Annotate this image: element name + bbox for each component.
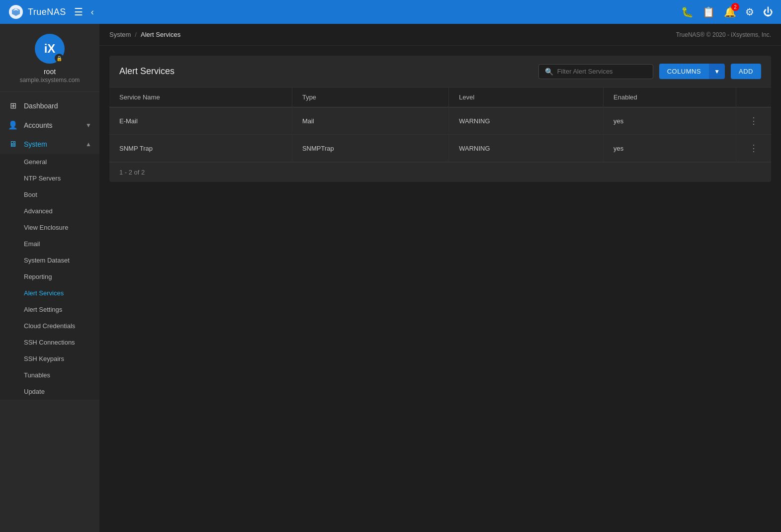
sidebar-item-label: Accounts [24, 121, 80, 129]
sidebar-item-system[interactable]: 🖥 System ▲ [0, 135, 99, 154]
search-box: 🔍 [538, 64, 653, 79]
sidebar-item-alert-settings[interactable]: Alert Settings [0, 301, 99, 318]
app-logo[interactable]: TrueNAS [8, 4, 66, 20]
accounts-icon: 👤 [8, 120, 18, 130]
top-navigation: TrueNAS ☰ ‹ 🐛 📋 🔔 2 ⚙ ⏻ [0, 0, 781, 24]
cell-enabled: yes [604, 135, 736, 162]
sidebar-item-reporting[interactable]: Reporting [0, 268, 99, 285]
sidebar-item-ssh-connections[interactable]: SSH Connections [0, 334, 99, 351]
power-icon[interactable]: ⏻ [763, 6, 773, 18]
cell-service-name: E-Mail [109, 107, 292, 135]
back-chevron-icon[interactable]: ‹ [91, 7, 94, 17]
alert-services-table: Service Name Type Level Enabled E-Mail M… [109, 88, 771, 162]
panel-header: Alert Services 🔍 COLUMNS ▼ ADD [109, 56, 771, 88]
changelog-icon[interactable]: 📋 [702, 6, 715, 18]
avatar-text: iX [44, 42, 56, 56]
body-layout: iX 🔒 root sample.ixsystems.com ⊞ Dashboa… [0, 24, 781, 532]
sidebar-item-view-enclosure[interactable]: View Enclosure [0, 219, 99, 236]
cell-service-name: SNMP Trap [109, 135, 292, 162]
table-row: SNMP Trap SNMPTrap WARNING yes ⋮ [109, 135, 771, 162]
sidebar-item-boot[interactable]: Boot [0, 186, 99, 203]
table-header: Service Name Type Level Enabled [109, 88, 771, 107]
sidebar-item-email[interactable]: Email [0, 236, 99, 252]
breadcrumb-separator: / [135, 31, 137, 38]
chevron-down-icon: ▼ [86, 122, 91, 129]
sidebar-navigation: ⊞ Dashboard 👤 Accounts ▼ 🖥 System ▲ Gene… [0, 92, 99, 532]
alert-services-panel: Alert Services 🔍 COLUMNS ▼ ADD [109, 56, 771, 182]
sidebar-item-ntp-servers[interactable]: NTP Servers [0, 170, 99, 186]
columns-button-group: COLUMNS ▼ [659, 64, 725, 79]
sidebar: iX 🔒 root sample.ixsystems.com ⊞ Dashboa… [0, 24, 99, 532]
pagination: 1 - 2 of 2 [109, 162, 771, 182]
search-icon: 🔍 [545, 68, 553, 76]
cell-type: Mail [292, 107, 448, 135]
sidebar-item-advanced[interactable]: Advanced [0, 203, 99, 219]
breadcrumb: System / Alert Services TrueNAS® © 2020 … [99, 24, 781, 46]
breadcrumb-current: Alert Services [141, 31, 180, 38]
panel-actions: 🔍 COLUMNS ▼ ADD [538, 64, 761, 79]
system-icon: 🖥 [8, 140, 18, 149]
breadcrumb-parent-link[interactable]: System [109, 31, 131, 38]
feedback-icon[interactable]: 🐛 [681, 6, 694, 18]
cell-actions: ⋮ [736, 135, 772, 162]
dashboard-icon: ⊞ [8, 101, 18, 110]
topnav-right: 🐛 📋 🔔 2 ⚙ ⏻ [681, 6, 773, 18]
sidebar-item-update[interactable]: Update [0, 383, 99, 400]
sidebar-item-label: Dashboard [24, 102, 91, 110]
sidebar-item-tunables[interactable]: Tunables [0, 367, 99, 383]
row-action-button[interactable]: ⋮ [746, 142, 761, 155]
profile-username: root [44, 68, 56, 76]
notification-icon[interactable]: 🔔 2 [724, 6, 736, 18]
profile-hostname: sample.ixsystems.com [20, 77, 80, 84]
columns-button[interactable]: COLUMNS [659, 64, 709, 79]
cell-actions: ⋮ [736, 107, 772, 135]
search-input[interactable] [557, 68, 647, 75]
table-body: E-Mail Mail WARNING yes ⋮ SNMP Trap SNMP… [109, 107, 771, 162]
cell-enabled: yes [604, 107, 736, 135]
app-name: TrueNAS [28, 7, 66, 17]
row-action-button[interactable]: ⋮ [746, 114, 761, 127]
avatar-lock-icon: 🔒 [55, 54, 64, 63]
panel-title: Alert Services [119, 66, 174, 77]
hamburger-icon[interactable]: ☰ [72, 4, 85, 20]
sidebar-item-cloud-credentials[interactable]: Cloud Credentials [0, 318, 99, 334]
sidebar-item-label: System [24, 140, 80, 148]
topnav-left: TrueNAS ☰ ‹ [8, 4, 94, 20]
main-content: System / Alert Services TrueNAS® © 2020 … [99, 24, 781, 532]
col-service-name: Service Name [109, 88, 292, 107]
sidebar-item-alert-services[interactable]: Alert Services [0, 285, 99, 301]
chevron-up-icon: ▲ [86, 141, 91, 148]
col-type: Type [292, 88, 448, 107]
col-actions [736, 88, 772, 107]
sidebar-item-accounts[interactable]: 👤 Accounts ▼ [0, 115, 99, 135]
system-submenu: General NTP Servers Boot Advanced View E… [0, 154, 99, 400]
cell-level: WARNING [449, 107, 604, 135]
columns-dropdown-button[interactable]: ▼ [709, 64, 725, 79]
notification-badge: 2 [731, 3, 739, 11]
truenas-logo-icon [8, 4, 24, 20]
cell-type: SNMPTrap [292, 135, 448, 162]
copyright-text: TrueNAS® © 2020 - iXsystems, Inc. [676, 31, 771, 38]
sidebar-item-system-dataset[interactable]: System Dataset [0, 252, 99, 268]
sidebar-item-ssh-keypairs[interactable]: SSH Keypairs [0, 351, 99, 367]
table-row: E-Mail Mail WARNING yes ⋮ [109, 107, 771, 135]
cell-level: WARNING [449, 135, 604, 162]
col-level: Level [449, 88, 604, 107]
breadcrumb-path: System / Alert Services [109, 31, 180, 38]
avatar: iX 🔒 [35, 34, 65, 64]
add-button[interactable]: ADD [731, 64, 761, 79]
sidebar-profile: iX 🔒 root sample.ixsystems.com [0, 24, 99, 92]
sidebar-item-dashboard[interactable]: ⊞ Dashboard [0, 96, 99, 115]
settings-icon[interactable]: ⚙ [745, 6, 754, 18]
sidebar-item-general[interactable]: General [0, 154, 99, 170]
col-enabled: Enabled [604, 88, 736, 107]
